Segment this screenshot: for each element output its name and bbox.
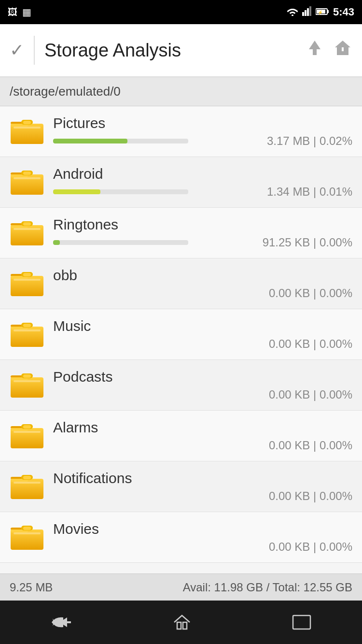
folder-icon	[10, 116, 44, 147]
top-bar: ✓ Storage Analysis	[0, 24, 362, 77]
folder-icon	[10, 522, 44, 553]
svg-rect-60	[14, 482, 41, 484]
svg-rect-38	[23, 273, 31, 276]
folder-icon	[10, 471, 44, 502]
status-bar-left-icons: 🖼 ▦	[8, 6, 31, 18]
folder-name: Movies	[53, 521, 352, 537]
current-path: /storage/emulated/0	[10, 84, 121, 99]
avail-info: Avail: 11.98 GB / Total: 12.55 GB	[183, 581, 352, 594]
folder-item[interactable]: Podcasts0.00 KB | 0.00%	[0, 360, 362, 411]
svg-rect-30	[14, 228, 41, 230]
folder-size: 0.00 KB | 0.00%	[269, 540, 352, 554]
svg-rect-50	[23, 374, 31, 378]
folder-item[interactable]: Alarms0.00 KB | 0.00%	[0, 411, 362, 461]
folder-name: Pictures	[53, 115, 352, 131]
svg-rect-69	[177, 622, 181, 629]
folder-bar-row: 0.00 KB | 0.00%	[53, 286, 352, 300]
folder-bar-row: 1.34 MB | 0.01%	[53, 185, 352, 199]
folder-icon	[10, 319, 44, 350]
folder-bar-fill	[53, 139, 127, 143]
folder-info: Pictures3.17 MB | 0.02%	[53, 115, 352, 148]
folder-bar-row: 3.17 MB | 0.02%	[53, 134, 352, 148]
svg-rect-32	[23, 222, 31, 226]
svg-point-0	[292, 14, 293, 16]
up-arrow-button[interactable]	[306, 39, 323, 62]
home-button[interactable]	[333, 39, 352, 62]
folder-bar-container	[53, 189, 188, 194]
svg-rect-44	[23, 324, 31, 327]
folder-size: 0.00 KB | 0.00%	[269, 337, 352, 351]
nav-bar	[0, 601, 362, 644]
folder-info: Ringtones91.25 KB | 0.00%	[53, 216, 352, 249]
svg-rect-2	[305, 10, 306, 16]
folder-list: Pictures3.17 MB | 0.02% Android1.34 MB |…	[0, 106, 362, 573]
svg-rect-62	[23, 476, 31, 479]
folder-icon	[10, 420, 44, 451]
svg-marker-9	[309, 41, 320, 49]
svg-marker-11	[335, 41, 350, 47]
battery-icon: ⚡	[316, 7, 329, 18]
barcode-icon: ▦	[22, 6, 31, 18]
folder-icon	[10, 167, 44, 198]
folder-bar-fill	[53, 240, 60, 245]
folder-bar-row: 0.00 KB | 0.00%	[53, 540, 352, 554]
folder-name: obb	[53, 267, 352, 284]
wifi-icon	[287, 6, 298, 18]
back-nav-button[interactable]	[50, 615, 73, 630]
status-time: 5:43	[333, 6, 354, 18]
folder-size: 1.34 MB | 0.01%	[267, 185, 352, 199]
folder-bar-container	[53, 139, 188, 143]
folder-size: 91.25 KB | 0.00%	[263, 236, 352, 249]
total-used: 9.25 MB	[10, 581, 53, 594]
top-bar-divider	[34, 36, 35, 65]
folder-item[interactable]: Pictures3.17 MB | 0.02%	[0, 106, 362, 157]
svg-rect-3	[307, 8, 309, 16]
folder-item[interactable]: Music0.00 KB | 0.00%	[0, 309, 362, 360]
folder-item[interactable]: Android1.34 MB | 0.01%	[0, 157, 362, 208]
folder-item[interactable]: Ringtones91.25 KB | 0.00%	[0, 208, 362, 258]
folder-icon	[10, 217, 44, 248]
page-title: Storage Analysis	[44, 40, 306, 61]
svg-text:⚡: ⚡	[318, 10, 323, 15]
svg-rect-18	[14, 127, 41, 129]
folder-info: Movies0.00 KB | 0.00%	[53, 521, 352, 554]
folder-name: Music	[53, 318, 352, 334]
recents-nav-button[interactable]	[291, 614, 312, 631]
folder-icon	[10, 370, 44, 401]
svg-rect-24	[14, 177, 41, 179]
svg-rect-1	[302, 12, 304, 16]
folder-info: Alarms0.00 KB | 0.00%	[53, 419, 352, 452]
folder-bar-container	[53, 240, 188, 245]
signal-icon	[302, 6, 312, 18]
folder-icon	[10, 268, 44, 299]
top-bar-actions	[306, 39, 352, 62]
svg-rect-54	[14, 431, 41, 433]
folder-info: Podcasts0.00 KB | 0.00%	[53, 369, 352, 401]
svg-rect-48	[14, 380, 41, 382]
home-nav-button[interactable]	[172, 613, 192, 632]
folder-item[interactable]: Notifications0.00 KB | 0.00%	[0, 461, 362, 512]
svg-rect-6	[327, 10, 329, 13]
folder-item[interactable]: obb0.00 KB | 0.00%	[0, 258, 362, 309]
bottom-status-bar: 9.25 MB Avail: 11.98 GB / Total: 12.55 G…	[0, 573, 362, 601]
svg-rect-66	[14, 532, 41, 534]
folder-info: Android1.34 MB | 0.01%	[53, 166, 352, 199]
svg-rect-20	[23, 121, 31, 124]
folder-bar-row: 0.00 KB | 0.00%	[53, 388, 352, 401]
folder-item[interactable]: Movies0.00 KB | 0.00%	[0, 512, 362, 563]
svg-rect-4	[309, 6, 311, 16]
folder-size: 0.00 KB | 0.00%	[269, 439, 352, 452]
svg-rect-26	[23, 172, 31, 175]
svg-rect-56	[23, 425, 31, 429]
svg-rect-10	[313, 49, 317, 55]
folder-info: Notifications0.00 KB | 0.00%	[53, 470, 352, 503]
folder-info: obb0.00 KB | 0.00%	[53, 267, 352, 300]
folder-bar-row: 0.00 KB | 0.00%	[53, 337, 352, 351]
path-bar: /storage/emulated/0	[0, 77, 362, 106]
folder-name: Notifications	[53, 470, 352, 487]
svg-rect-36	[14, 279, 41, 281]
folder-info: Music0.00 KB | 0.00%	[53, 318, 352, 351]
svg-rect-70	[183, 622, 187, 629]
check-button[interactable]: ✓	[10, 40, 24, 60]
folder-bar-row: 0.00 KB | 0.00%	[53, 489, 352, 503]
